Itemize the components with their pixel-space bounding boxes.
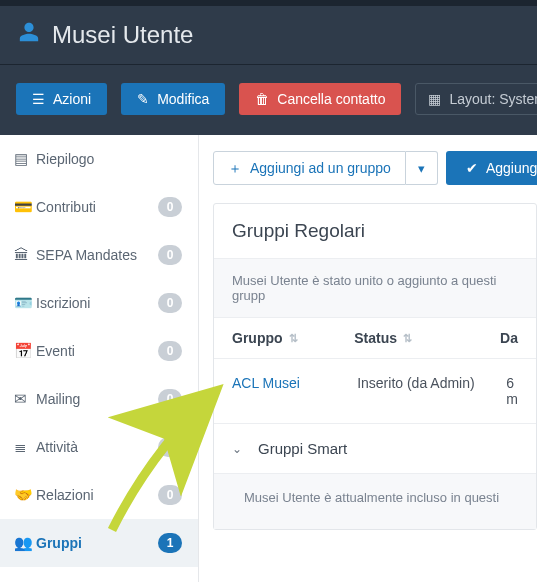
add-to-group-split-button: ＋ Aggiungi ad un gruppo ▾ [213, 151, 438, 185]
sort-icon: ⇅ [289, 332, 298, 345]
sidebar-item-label: Gruppi [36, 535, 158, 551]
count-badge: 0 [158, 437, 182, 457]
summary-icon: ▤ [14, 150, 36, 168]
panel-title: Gruppi Regolari [214, 204, 536, 258]
caret-down-icon: ▾ [418, 161, 425, 176]
sidebar-item-contributi[interactable]: 💳 Contributi 0 [0, 183, 198, 231]
mail-icon: ✉ [14, 390, 36, 408]
group-icon: 👥 [14, 534, 36, 552]
sidebar-item-eventi[interactable]: 📅 Eventi 0 [0, 327, 198, 375]
grid-icon: ▦ [428, 92, 441, 106]
menu-icon: ☰ [32, 92, 45, 106]
sidebar-item-label: Riepilogo [36, 151, 182, 167]
sidebar-item-label: Eventi [36, 343, 158, 359]
group-link[interactable]: ACL Musei [232, 375, 300, 391]
toolbar: ☰ Azioni ✎ Modifica 🗑 Cancella contatto … [0, 65, 537, 135]
edit-button[interactable]: ✎ Modifica [121, 83, 225, 115]
plus-icon: ＋ [228, 161, 242, 175]
bank-icon: 🏛 [14, 246, 36, 263]
sort-icon: ⇅ [403, 332, 412, 345]
sidebar: ▤ Riepilogo 💳 Contributi 0 🏛 SEPA Mandat… [0, 135, 199, 582]
label: Layout: System Defa [449, 91, 537, 107]
calendar-icon: 📅 [14, 342, 36, 360]
label: Modifica [157, 91, 209, 107]
pencil-icon: ✎ [137, 92, 149, 106]
add-to-group-dropdown[interactable]: ▾ [406, 151, 438, 185]
add-button[interactable]: ✔ Aggiungi [446, 151, 537, 185]
layout-dropdown[interactable]: ▦ Layout: System Defa [415, 83, 537, 115]
panel-subtext: Musei Utente è stato unito o aggiunto a … [214, 258, 536, 317]
count-badge: 0 [158, 341, 182, 361]
sidebar-item-label: Contributi [36, 199, 158, 215]
label: Cancella contatto [277, 91, 385, 107]
sidebar-item-gruppi[interactable]: 👥 Gruppi 1 [0, 519, 198, 567]
count-badge: 0 [158, 389, 182, 409]
handshake-icon: 🤝 [14, 486, 36, 504]
card-icon: 💳 [14, 198, 36, 216]
sidebar-item-sepa[interactable]: 🏛 SEPA Mandates 0 [0, 231, 198, 279]
sidebar-item-label: Iscrizioni [36, 295, 158, 311]
sidebar-item-label: Attività [36, 439, 158, 455]
smart-groups-header[interactable]: ⌄ Gruppi Smart [214, 423, 536, 473]
regular-groups-panel: Gruppi Regolari Musei Utente è stato uni… [213, 203, 537, 530]
column-header-group[interactable]: Gruppo ⇅ [232, 330, 354, 346]
label: Gruppo [232, 330, 283, 346]
sidebar-item-label: SEPA Mandates [36, 247, 158, 263]
page-title: Musei Utente [52, 21, 193, 49]
column-header-date[interactable]: Da [500, 330, 518, 346]
column-header-status[interactable]: Status ⇅ [354, 330, 500, 346]
idcard-icon: 🪪 [14, 294, 36, 312]
label: Da [500, 330, 518, 346]
trash-icon: 🗑 [255, 92, 269, 106]
sidebar-item-label: Mailing [36, 391, 158, 407]
smart-groups-subtext: Musei Utente è attualmente incluso in qu… [214, 473, 536, 529]
table-row: ACL Musei Inserito (da Admin) 6 m [214, 358, 536, 423]
sidebar-item-riepilogo[interactable]: ▤ Riepilogo [0, 135, 198, 183]
user-icon [18, 21, 40, 49]
delete-contact-button[interactable]: 🗑 Cancella contatto [239, 83, 401, 115]
count-badge: 0 [158, 293, 182, 313]
label: Status [354, 330, 397, 346]
date-text: 6 m [506, 375, 518, 407]
label: Azioni [53, 91, 91, 107]
sidebar-item-label: Relazioni [36, 487, 158, 503]
list-icon: ≣ [14, 438, 36, 456]
content-action-row: ＋ Aggiungi ad un gruppo ▾ ✔ Aggiungi [213, 151, 537, 185]
add-to-group-button[interactable]: ＋ Aggiungi ad un gruppo [213, 151, 406, 185]
content: ＋ Aggiungi ad un gruppo ▾ ✔ Aggiungi Gru… [199, 135, 537, 582]
actions-button[interactable]: ☰ Azioni [16, 83, 107, 115]
count-badge: 0 [158, 197, 182, 217]
chevron-down-icon: ⌄ [232, 442, 242, 456]
sidebar-item-attivita[interactable]: ≣ Attività 0 [0, 423, 198, 471]
table-header: Gruppo ⇅ Status ⇅ Da [214, 317, 536, 358]
check-icon: ✔ [466, 161, 478, 175]
panel-title: Gruppi Smart [258, 440, 347, 457]
count-badge: 0 [158, 485, 182, 505]
count-badge: 0 [158, 245, 182, 265]
label: Aggiungi ad un gruppo [250, 160, 391, 176]
sidebar-item-mailing[interactable]: ✉ Mailing 0 [0, 375, 198, 423]
sidebar-item-iscrizioni[interactable]: 🪪 Iscrizioni 0 [0, 279, 198, 327]
top-header: Musei Utente [0, 0, 537, 64]
status-text: Inserito (da Admin) [357, 375, 475, 391]
sidebar-item-relazioni[interactable]: 🤝 Relazioni 0 [0, 471, 198, 519]
count-badge: 1 [158, 533, 182, 553]
label: Aggiungi [486, 160, 537, 176]
